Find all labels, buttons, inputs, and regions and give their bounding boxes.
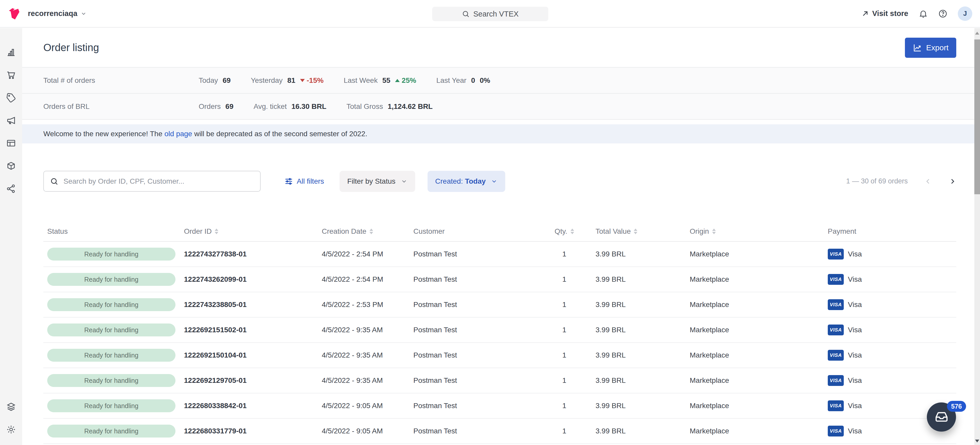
payment-method: Visa xyxy=(848,402,862,410)
origin: Marketplace xyxy=(678,300,816,309)
page-scrollbar[interactable] xyxy=(974,28,980,445)
visa-icon: VISA xyxy=(828,274,844,285)
stats-row-brl: Orders of BRL Orders 69 Avg. ticket 16.3… xyxy=(22,94,980,120)
marketing-megaphone-icon[interactable] xyxy=(0,109,22,132)
help-icon[interactable] xyxy=(938,9,948,18)
col-header-order-id[interactable]: Order ID xyxy=(180,227,318,235)
metric-orders: Orders 69 xyxy=(199,102,234,111)
metric-avg-ticket: Avg. ticket 16.30 BRL xyxy=(254,102,326,111)
filter-bar: All filters Filter by Status Created:Tod… xyxy=(22,170,980,192)
metric-last-week: Last Week 55 25% xyxy=(344,76,416,84)
table-row[interactable]: Ready for handling 1222743238805-01 4/5/… xyxy=(43,292,956,318)
tasks-inbox-fab[interactable]: 576 xyxy=(927,402,956,432)
table-row[interactable]: Ready for handling 1222743277838-01 4/5/… xyxy=(43,242,956,267)
orders-table: Status Order ID Creation Date Customer Q… xyxy=(43,222,956,445)
scroll-up-arrow-icon[interactable] xyxy=(975,32,979,35)
col-header-total-value[interactable]: Total Value xyxy=(584,227,678,235)
order-search-box xyxy=(43,171,261,192)
order-id: 1222743262099-01 xyxy=(180,275,318,283)
table-header-row: Status Order ID Creation Date Customer Q… xyxy=(43,222,956,242)
status-badge: Ready for handling xyxy=(47,298,175,311)
status-badge: Ready for handling xyxy=(47,399,175,412)
user-avatar[interactable]: J xyxy=(958,6,972,21)
metric-yesterday: Yesterday 81 -15% xyxy=(251,76,324,84)
qty: 1 xyxy=(545,326,584,334)
table-row[interactable]: Ready for handling 1222692150104-01 4/5/… xyxy=(43,343,956,368)
creation-date: 4/5/2022 - 2:53 PM xyxy=(318,300,409,309)
col-header-customer: Customer xyxy=(409,227,545,235)
layers-icon[interactable] xyxy=(0,396,22,418)
triangle-down-icon xyxy=(300,79,305,82)
fab-count-badge: 576 xyxy=(947,401,966,412)
col-header-creation-date[interactable]: Creation Date xyxy=(318,227,409,235)
creation-date: 4/5/2022 - 9:35 AM xyxy=(318,377,409,385)
visa-icon: VISA xyxy=(828,426,844,437)
col-header-origin[interactable]: Origin xyxy=(678,227,816,235)
visit-store-button[interactable]: Visit store xyxy=(861,9,908,18)
creation-date: 4/5/2022 - 9:05 AM xyxy=(318,427,409,435)
qty: 1 xyxy=(545,402,584,410)
col-header-status: Status xyxy=(43,227,180,235)
catalog-cube-icon[interactable] xyxy=(0,154,22,177)
order-id: 1222680338842-01 xyxy=(180,402,318,410)
topbar: recorrenciaqa Search VTEX Visit store J xyxy=(0,0,980,28)
external-link-icon xyxy=(861,10,869,17)
order-search-input[interactable] xyxy=(63,177,254,186)
account-switcher[interactable]: recorrenciaqa xyxy=(28,9,87,18)
sort-icon xyxy=(634,229,637,234)
creation-date: 4/5/2022 - 9:35 AM xyxy=(318,326,409,334)
all-filters-button[interactable]: All filters xyxy=(284,177,324,186)
metric-today: Today 69 xyxy=(199,76,231,84)
chevron-down-icon xyxy=(491,178,498,185)
pagination-prev-icon[interactable] xyxy=(924,178,932,185)
col-header-qty[interactable]: Qty. xyxy=(545,227,584,235)
origin: Marketplace xyxy=(678,402,816,410)
deprecation-banner: Welcome to the new experience! The old p… xyxy=(22,124,980,143)
table-row[interactable]: Ready for handling 1222692151502-01 4/5/… xyxy=(43,318,956,343)
pagination-count: 1 — 30 of 69 orders xyxy=(846,177,908,185)
table-row[interactable]: Ready for handling 1222692129705-01 4/5/… xyxy=(43,368,956,393)
pagination-next-icon[interactable] xyxy=(948,178,956,185)
analytics-icon[interactable] xyxy=(0,41,22,64)
sort-icon xyxy=(369,229,373,234)
account-name: recorrenciaqa xyxy=(28,9,77,18)
orders-cart-icon[interactable] xyxy=(0,64,22,86)
origin: Marketplace xyxy=(678,275,816,283)
promotions-tag-icon[interactable] xyxy=(0,86,22,109)
status-badge: Ready for handling xyxy=(47,374,175,387)
sliders-icon xyxy=(284,177,293,186)
total-value: 3.99 BRL xyxy=(584,351,678,359)
qty: 1 xyxy=(545,275,584,283)
order-id: 1222692129705-01 xyxy=(180,377,318,385)
order-id: 1222743238805-01 xyxy=(180,300,318,309)
scrollbar-thumb[interactable] xyxy=(974,40,980,194)
status-badge: Ready for handling xyxy=(47,424,175,437)
sort-icon xyxy=(712,229,716,234)
table-row[interactable]: Ready for handling 1222680331779-01 4/5/… xyxy=(43,419,956,444)
export-button[interactable]: Export xyxy=(905,38,956,58)
global-search-label: Search VTEX xyxy=(473,10,519,18)
scroll-down-arrow-icon[interactable] xyxy=(975,440,979,442)
notifications-bell-icon[interactable] xyxy=(919,9,928,18)
global-search[interactable]: Search VTEX xyxy=(432,7,548,21)
settings-gear-icon[interactable] xyxy=(0,418,22,445)
integrations-share-icon[interactable] xyxy=(0,177,22,200)
visa-icon: VISA xyxy=(828,299,844,310)
table-row[interactable]: Ready for handling xyxy=(43,444,956,445)
qty: 1 xyxy=(545,377,584,385)
creation-date: 4/5/2022 - 2:54 PM xyxy=(318,250,409,258)
table-row[interactable]: Ready for handling 1222680338842-01 4/5/… xyxy=(43,393,956,419)
filter-by-status-dropdown[interactable]: Filter by Status xyxy=(340,171,415,192)
created-filter-dropdown[interactable]: Created:Today xyxy=(428,171,506,192)
visa-icon: VISA xyxy=(828,324,844,335)
old-page-link[interactable]: old page xyxy=(164,130,192,138)
customer: Postman Test xyxy=(409,427,545,435)
order-id: 1222692150104-01 xyxy=(180,351,318,359)
total-value: 3.99 BRL xyxy=(584,300,678,309)
stats-row-orders: Total # of orders Today 69 Yesterday 81 … xyxy=(22,68,980,94)
vtex-logo-icon xyxy=(8,7,22,21)
visa-icon: VISA xyxy=(828,400,844,411)
storefront-icon[interactable] xyxy=(0,132,22,154)
table-row[interactable]: Ready for handling 1222743262099-01 4/5/… xyxy=(43,267,956,292)
sidebar xyxy=(0,28,22,445)
